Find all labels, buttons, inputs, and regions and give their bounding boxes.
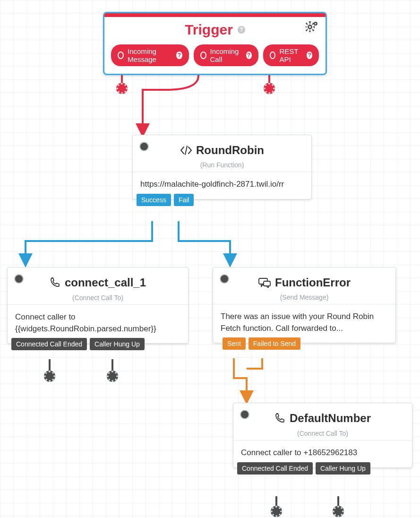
code-icon: [180, 145, 192, 155]
widget-subtitle: (Run Function): [140, 161, 304, 169]
output-sent[interactable]: Sent: [223, 337, 246, 350]
widget-subtitle: (Send Message): [221, 294, 388, 301]
input-port[interactable]: [14, 274, 24, 284]
trigger-incoming-call[interactable]: Incoming Call ?: [194, 44, 258, 66]
output-failed[interactable]: Failed to Send: [249, 337, 300, 350]
input-port[interactable]: [139, 142, 149, 151]
help-icon[interactable]: ?: [176, 52, 182, 59]
widget-title: connect_call_1: [50, 276, 146, 289]
trigger-title-text: Trigger: [185, 22, 233, 38]
widget-body: Connect caller to {{widgets.RoundRobin.p…: [8, 304, 188, 343]
output-hungup[interactable]: Caller Hung Up: [316, 462, 370, 475]
widget-subtitle: (Connect Call To): [241, 430, 404, 437]
pill-label: REST API: [279, 47, 303, 63]
pill-label: Incoming Message: [128, 47, 172, 63]
widget-subtitle: (Connect Call To): [15, 294, 180, 302]
output-port[interactable]: [271, 506, 282, 517]
output-hungup[interactable]: Caller Hung Up: [90, 338, 145, 350]
message-icon: [258, 277, 271, 288]
input-port[interactable]: [240, 410, 249, 419]
output-port[interactable]: [107, 371, 118, 382]
widget-title-text: FunctionError: [275, 276, 351, 289]
svg-point-1: [315, 23, 317, 25]
port-icon: [270, 52, 276, 59]
help-icon[interactable]: ?: [307, 52, 312, 59]
connect-call-widget[interactable]: connect_call_1 (Connect Call To) Connect…: [7, 267, 189, 344]
widget-title-text: RoundRobin: [196, 144, 264, 157]
svg-rect-3: [264, 281, 270, 286]
help-icon[interactable]: ?: [246, 52, 252, 59]
phone-icon: [50, 277, 61, 288]
output-port[interactable]: [44, 371, 55, 382]
default-number-widget[interactable]: DefaultNumber (Connect Call To) Connect …: [233, 403, 412, 468]
port-icon: [200, 52, 206, 59]
flow-canvas[interactable]: Trigger ? Incoming Message ?: [0, 0, 420, 518]
roundrobin-widget[interactable]: RoundRobin (Run Function) https://malach…: [132, 135, 312, 199]
pill-label: Incoming Call: [210, 47, 242, 63]
trigger-widget[interactable]: Trigger ? Incoming Message ?: [103, 12, 327, 75]
widget-title-text: DefaultNumber: [290, 412, 371, 425]
output-port[interactable]: [116, 83, 128, 94]
settings-icon[interactable]: [306, 21, 319, 34]
output-port[interactable]: [333, 506, 344, 517]
widget-title: DefaultNumber: [274, 412, 371, 425]
widget-title: FunctionError: [258, 276, 351, 289]
phone-icon: [274, 413, 286, 424]
trigger-accent-bar: [104, 13, 326, 17]
trigger-incoming-message[interactable]: Incoming Message ?: [111, 44, 189, 66]
output-ended[interactable]: Connected Call Ended: [237, 462, 313, 475]
widget-body: There was an issue with your Round Robin…: [213, 304, 395, 343]
widget-title: RoundRobin: [180, 144, 264, 157]
port-icon: [118, 52, 124, 59]
output-success[interactable]: Success: [137, 194, 171, 206]
input-port[interactable]: [220, 274, 229, 284]
help-icon[interactable]: ?: [238, 26, 245, 34]
output-fail[interactable]: Fail: [174, 194, 194, 206]
output-ended[interactable]: Connected Call Ended: [11, 338, 87, 350]
trigger-rest-api[interactable]: REST API ?: [263, 44, 319, 66]
widget-title-text: connect_call_1: [65, 276, 146, 289]
trigger-title: Trigger ?: [185, 22, 245, 38]
function-error-widget[interactable]: FunctionError (Send Message) There was a…: [213, 267, 396, 343]
output-port[interactable]: [264, 83, 275, 94]
